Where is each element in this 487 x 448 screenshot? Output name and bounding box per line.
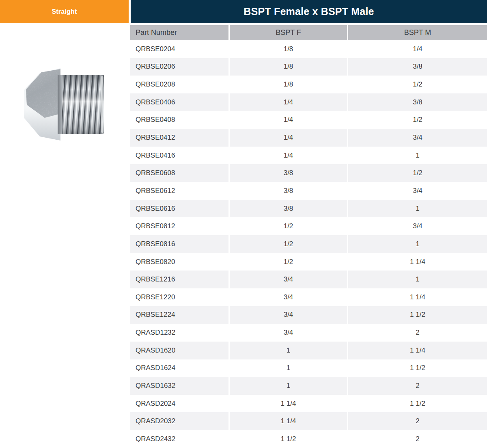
- table-row: QRASD12323/42: [130, 324, 487, 342]
- table-row: QRBSE04081/41/2: [130, 111, 487, 129]
- table-row: QRBSE12243/41 1/2: [130, 306, 487, 324]
- bspt-m-cell: 1 1/4: [347, 288, 487, 306]
- bspt-f-cell: 1/4: [228, 147, 347, 164]
- table-title: BSPT Female x BSPT Male: [244, 6, 374, 17]
- part-number-cell: QRBSE0416: [130, 147, 228, 164]
- bspt-f-cell: 1 1/2: [228, 430, 347, 448]
- bspt-m-cell: 1 1/2: [347, 306, 487, 324]
- part-number-cell: QRASD2432: [130, 430, 228, 448]
- part-number-cell: QRBSE0208: [130, 76, 228, 93]
- part-number-cell: QRBSE0820: [130, 253, 228, 271]
- bspt-f-cell: 3/8: [228, 182, 347, 200]
- bspt-f-cell: 1/8: [228, 76, 347, 93]
- bspt-f-cell: 1: [228, 377, 347, 395]
- bspt-m-cell: 3/4: [347, 182, 487, 200]
- bspt-m-cell: 1: [347, 200, 487, 218]
- part-number-cell: QRBSE0406: [130, 93, 228, 111]
- bspt-m-cell: 1/4: [347, 40, 487, 58]
- part-number-cell: QRASD1232: [130, 324, 228, 342]
- bspt-m-cell: 1 1/2: [347, 395, 487, 413]
- table-row: QRASD162011 1/4: [130, 342, 487, 359]
- part-number-cell: QRBSE0612: [130, 182, 228, 200]
- bspt-f-cell: 1 1/4: [228, 395, 347, 413]
- part-number-cell: QRBSE0412: [130, 129, 228, 147]
- table-row: QRBSE08201/21 1/4: [130, 253, 487, 271]
- bspt-f-cell: 1 1/4: [228, 412, 347, 430]
- category-banner: Straight: [0, 0, 129, 23]
- parts-table: Part Number BSPT F BSPT M QRBSE02041/81/…: [130, 25, 487, 448]
- table-row: QRBSE02081/81/2: [130, 76, 487, 93]
- bspt-f-cell: 3/8: [228, 164, 347, 182]
- table-header-row: Part Number BSPT F BSPT M: [130, 25, 487, 40]
- bspt-m-cell: 2: [347, 412, 487, 430]
- parts-table-container: Part Number BSPT F BSPT M QRBSE02041/81/…: [130, 25, 487, 448]
- bspt-m-cell: 2: [347, 324, 487, 342]
- table-row: QRBSE06123/83/4: [130, 182, 487, 200]
- parts-table-body: QRBSE02041/81/4QRBSE02061/83/8QRBSE02081…: [130, 40, 487, 448]
- bspt-f-cell: 3/4: [228, 288, 347, 306]
- bspt-m-cell: 1/2: [347, 111, 487, 129]
- part-number-cell: QRBSE0408: [130, 111, 228, 129]
- part-number-cell: QRBSE0608: [130, 164, 228, 182]
- bspt-f-cell: 3/4: [228, 324, 347, 342]
- table-row: QRBSE06083/81/2: [130, 164, 487, 182]
- table-row: QRASD20321 1/42: [130, 412, 487, 430]
- bspt-m-cell: 1: [347, 235, 487, 253]
- column-header-part-number: Part Number: [130, 25, 228, 40]
- table-row: QRBSE08161/21: [130, 235, 487, 253]
- catalog-page: Straight BSPT Female x BSPT Male: [0, 0, 487, 448]
- table-row: QRBSE12203/41 1/4: [130, 288, 487, 306]
- part-number-cell: QRBSE0206: [130, 58, 228, 76]
- column-header-bspt-m: BSPT M: [347, 25, 487, 40]
- bspt-m-cell: 2: [347, 377, 487, 395]
- bspt-f-cell: 3/4: [228, 306, 347, 324]
- bspt-m-cell: 1: [347, 271, 487, 288]
- part-number-cell: QRBSE0816: [130, 235, 228, 253]
- table-row: QRBSE04121/43/4: [130, 129, 487, 147]
- bspt-m-cell: 1 1/4: [347, 342, 487, 359]
- bspt-m-cell: 3/8: [347, 93, 487, 111]
- column-header-bspt-f: BSPT F: [228, 25, 347, 40]
- bspt-m-cell: 1/2: [347, 76, 487, 93]
- category-banner-label: Straight: [52, 8, 77, 15]
- bspt-f-cell: 1/4: [228, 129, 347, 147]
- part-number-cell: QRASD2032: [130, 412, 228, 430]
- part-number-cell: QRASD1624: [130, 359, 228, 377]
- bspt-f-cell: 1/4: [228, 93, 347, 111]
- bspt-f-cell: 1/8: [228, 40, 347, 58]
- table-row: QRASD20241 1/41 1/2: [130, 395, 487, 413]
- table-row: QRBSE02041/81/4: [130, 40, 487, 58]
- table-row: QRBSE02061/83/8: [130, 58, 487, 76]
- bspt-f-cell: 1/8: [228, 58, 347, 76]
- bspt-m-cell: 1 1/4: [347, 253, 487, 271]
- part-number-cell: QRBSE1216: [130, 271, 228, 288]
- product-photo: [21, 65, 108, 144]
- table-row: QRBSE04161/41: [130, 147, 487, 164]
- bspt-f-cell: 1/2: [228, 217, 347, 235]
- hex-bushing-image: [21, 65, 108, 144]
- bspt-m-cell: 2: [347, 430, 487, 448]
- part-number-cell: QRBSE0812: [130, 217, 228, 235]
- bspt-f-cell: 1: [228, 359, 347, 377]
- bspt-m-cell: 3/4: [347, 129, 487, 147]
- bspt-f-cell: 1/4: [228, 111, 347, 129]
- bspt-f-cell: 3/8: [228, 200, 347, 218]
- part-number-cell: QRBSE0204: [130, 40, 228, 58]
- part-number-cell: QRASD1620: [130, 342, 228, 359]
- bspt-m-cell: 3/4: [347, 217, 487, 235]
- part-number-cell: QRBSE0616: [130, 200, 228, 218]
- bspt-f-cell: 1: [228, 342, 347, 359]
- bspt-f-cell: 3/4: [228, 271, 347, 288]
- table-row: QRBSE06163/81: [130, 200, 487, 218]
- part-number-cell: QRASD1632: [130, 377, 228, 395]
- part-number-cell: QRASD2024: [130, 395, 228, 413]
- part-number-cell: QRBSE1220: [130, 288, 228, 306]
- bspt-m-cell: 1 1/2: [347, 359, 487, 377]
- table-title-bar: BSPT Female x BSPT Male: [131, 0, 487, 23]
- part-number-cell: QRBSE1224: [130, 306, 228, 324]
- table-row: QRBSE08121/23/4: [130, 217, 487, 235]
- table-row: QRBSE04061/43/8: [130, 93, 487, 111]
- table-row: QRASD162411 1/2: [130, 359, 487, 377]
- bspt-f-cell: 1/2: [228, 253, 347, 271]
- bspt-m-cell: 1/2: [347, 164, 487, 182]
